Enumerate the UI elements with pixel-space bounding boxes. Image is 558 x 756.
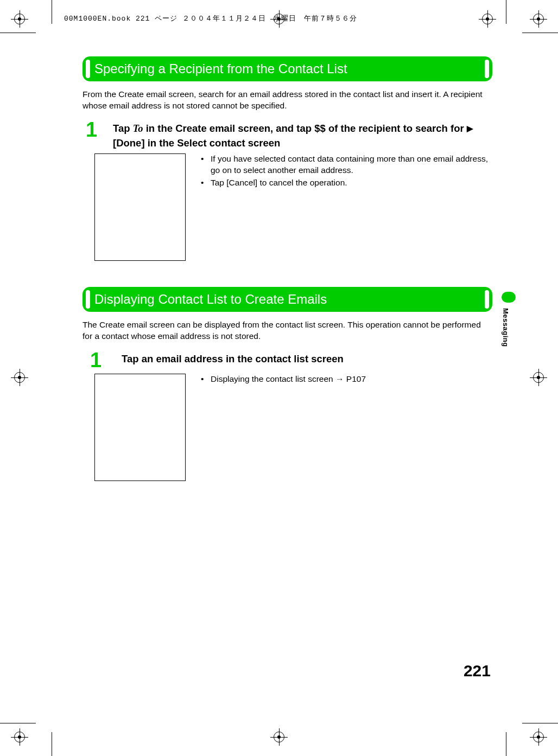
registration-mark-icon	[11, 369, 28, 386]
arrow-icon: →	[335, 374, 344, 383]
section-heading-text: Displaying Contact List to Create Emails	[94, 292, 327, 307]
page-number: 221	[464, 662, 491, 680]
step-instruction: Tap an email address in the contact list…	[122, 350, 344, 367]
crop-mark-icon	[0, 723, 36, 723]
bullet-item: •If you have selected contact data conta…	[201, 153, 492, 176]
step-text-part: [Done] in the Select contact screen	[113, 137, 280, 149]
bullet-item: •Displaying the contact list screen → P1…	[201, 374, 366, 385]
bullet-list: •If you have selected contact data conta…	[201, 153, 492, 190]
step-number: 1	[83, 119, 113, 140]
crop-mark-icon	[522, 33, 558, 33]
registration-mark-icon	[530, 369, 547, 386]
step-number: 1	[83, 350, 122, 370]
step-text-part: in the Create email screen, and tap $$ o…	[143, 123, 467, 134]
step-instruction: Tap To in the Create email screen, and t…	[113, 119, 492, 151]
crop-mark-icon	[52, 0, 52, 24]
side-tab-label: Messaging	[502, 306, 510, 349]
registration-mark-icon	[530, 728, 547, 746]
registration-mark-icon	[11, 10, 28, 28]
step-details: •Displaying the contact list screen → P1…	[83, 374, 492, 481]
registration-mark-icon	[530, 10, 547, 28]
step-details: •If you have selected contact data conta…	[83, 153, 492, 261]
registration-mark-icon	[11, 728, 28, 746]
registration-mark-icon	[270, 728, 288, 746]
side-tab: Messaging	[502, 292, 516, 353]
registration-mark-icon	[479, 10, 496, 28]
side-tab-cap	[502, 292, 516, 303]
crop-mark-icon	[52, 732, 52, 756]
section-intro: The Create email screen can be displayed…	[83, 319, 492, 342]
step-text-italic: To	[133, 123, 143, 134]
page-content: Specifying a Recipient from the Contact …	[83, 56, 492, 507]
bullet-list: •Displaying the contact list screen → P1…	[201, 374, 366, 386]
header-meta-text: 00M1000EN.book 221 ページ ２００４年１１月２４日 水曜日 午…	[64, 14, 357, 23]
section-heading-text: Specifying a Recipient from the Contact …	[94, 61, 347, 76]
step-row: 1 Tap To in the Create email screen, and…	[83, 119, 492, 151]
section-heading: Specifying a Recipient from the Contact …	[83, 56, 492, 81]
screenshot-placeholder	[94, 153, 186, 261]
crop-mark-icon	[506, 0, 506, 24]
bullet-dot-icon: •	[201, 153, 211, 176]
bullet-dot-icon: •	[201, 374, 211, 385]
bullet-text: If you have selected contact data contai…	[211, 153, 492, 176]
registration-mark-icon	[270, 10, 288, 28]
crop-mark-icon	[522, 723, 558, 723]
section-heading: Displaying Contact List to Create Emails	[83, 287, 492, 312]
arrow-icon: ▶	[467, 124, 473, 133]
step-text-part: Tap	[113, 123, 133, 134]
screenshot-placeholder	[94, 374, 186, 481]
bullet-text: Tap [Cancel] to cancel the operation.	[211, 177, 347, 189]
step-row: 1 Tap an email address in the contact li…	[83, 350, 492, 370]
section-intro: From the Create email screen, search for…	[83, 89, 492, 112]
bullet-dot-icon: •	[201, 177, 211, 189]
crop-mark-icon	[0, 33, 36, 33]
bullet-item: •Tap [Cancel] to cancel the operation.	[201, 177, 492, 189]
bullet-text: Displaying the contact list screen → P10…	[211, 374, 366, 385]
crop-mark-icon	[506, 732, 506, 756]
page: 00M1000EN.book 221 ページ ２００４年１１月２４日 水曜日 午…	[0, 0, 558, 756]
